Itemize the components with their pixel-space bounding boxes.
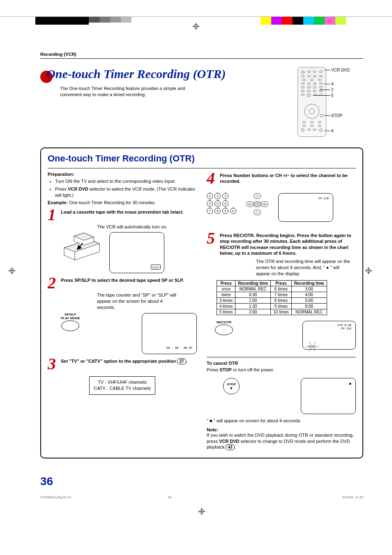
remote-label-4b: 4: [331, 129, 334, 133]
page-ref-27: 27: [177, 358, 186, 364]
remote-label-5: 5: [331, 93, 334, 98]
table-row: 5 times2:0010 timesNORMAL REC: [217, 309, 327, 315]
title-block: One-touch Timer Recording (OTR) The One-…: [40, 67, 289, 98]
channel-pad: + CH− CH+ −: [246, 193, 268, 215]
left-column: Preparation: Turn ON the TV and select t…: [48, 172, 197, 450]
instruction-box-title: One-touch Timer Recording (OTR): [48, 153, 356, 164]
step-5-title: Press REC/OTR. Recording begins. Press t…: [220, 232, 356, 256]
table-row: 4 times1:309 times6:00: [217, 303, 327, 309]
prep-heading: Preparation:: [48, 172, 197, 177]
step-2: 2 Press SP/SLP to select the desired tap…: [48, 276, 197, 290]
right-column: 4 Press Number buttons or CH +/– to sele…: [207, 172, 356, 450]
recording-time-table: PressRecording time PressRecording time …: [217, 280, 327, 315]
remote-label-4: 4: [331, 82, 334, 86]
stop-square-icon: ■: [210, 418, 212, 423]
remote-label-vcrdvd: VCR DVD: [331, 68, 350, 72]
step-2-number: 2: [48, 276, 58, 290]
table-row: onceNORMAL REC6 times3:00: [217, 286, 327, 292]
footer-timestamp: 3/10/04, 11:32: [342, 495, 363, 499]
title-row: One-touch Timer Recording (OTR) The One-…: [40, 67, 363, 137]
step-2-title: Press SP/SLP to select the desired tape …: [61, 276, 197, 283]
table-row: twice0:307 times4:00: [217, 292, 327, 297]
cassette-indicator-screen: ▭▭: [109, 232, 164, 273]
step-5-sub: The OTR and recording time will appear o…: [256, 258, 350, 277]
registration-mark-bottom-icon: [198, 508, 205, 516]
color-blocks-right: [261, 17, 357, 25]
stop-square-icon: ■: [349, 382, 351, 386]
step-3-number: 3: [48, 357, 58, 371]
footer-file-ref: 2C53601A (E)p32-37: [40, 495, 71, 499]
note-block: Note: If you wish to watch the DVD playb…: [207, 427, 356, 451]
registration-mark-left-icon: [8, 267, 16, 276]
step-1: 1 Load a cassette tape with the erase pr…: [48, 208, 197, 221]
page-title: One-touch Timer Recording (OTR): [46, 67, 226, 81]
step-3-title: Set "TV" or "CATV" option to the appropr…: [61, 357, 197, 364]
section-label: Recording (VCR): [40, 52, 363, 59]
cancel-otr-block: To cancel OTR Press STOP or turn off the…: [207, 361, 356, 423]
page-ref-43: 43: [226, 444, 234, 450]
remote-img: [297, 67, 326, 137]
prep-bullet-2: Press VCR DVD selector to select the VCR…: [55, 186, 197, 198]
remote-label-2: 2: [331, 88, 334, 92]
note-heading: Note:: [207, 427, 356, 432]
prep-example: Example: One-touch Timer Recording for 3…: [48, 200, 197, 205]
cancel-heading: To cancel OTR: [207, 361, 356, 366]
preparation-block: Preparation: Turn ON the TV and select t…: [48, 172, 197, 205]
stop-square-icon: ■: [231, 386, 233, 390]
remote-label-stop: STOP: [331, 113, 342, 118]
recotr-button: REC/OTR: [215, 321, 233, 336]
table-row: 3 times1:008 times5:00: [217, 297, 327, 303]
stop-screen: ■: [301, 378, 356, 414]
step-1-title: Load a cassette tape with the erase prev…: [61, 208, 197, 215]
step-5-number: 5: [207, 232, 217, 245]
page-content: Recording (VCR) One-touch Timer Recordin…: [40, 52, 363, 508]
print-registration-strip: [0, 16, 392, 39]
step-1-sub: The VCR will automatically turn on.: [97, 224, 197, 230]
channel-screen: CH 110: [278, 193, 333, 222]
tape-counter-screen: 00 : 00 : 00 SP: [142, 313, 197, 354]
index-indicator: ╲ ╱ ─ INDEX ─ ╱ ╲: [305, 342, 319, 351]
remote-diagram: VCR DVD 4 2 5 STOP 4: [289, 67, 363, 137]
stop-button: STOP ■: [223, 378, 240, 394]
registration-mark-icon: [192, 23, 200, 31]
number-pad: 123 456 7890: [207, 193, 236, 215]
footer-page-small: 36: [168, 495, 172, 499]
step-2-sub: The tape counter and "SP" or "SLP" will …: [97, 292, 179, 311]
spslp-button: SP/SLP PLAY MODE: [61, 313, 80, 332]
step-5: 5 Press REC/OTR. Recording begins. Press…: [207, 232, 356, 256]
cassette-icon: ▭▭: [151, 265, 161, 269]
prep-bullet-1: Turn ON the TV and select to the corresp…: [55, 178, 197, 184]
cancel-text: Press STOP or turn off the power.: [207, 367, 356, 372]
step-4-title: Press Number buttons or CH +/– to select…: [220, 172, 356, 184]
color-blocks-left: [35, 17, 131, 25]
page-footer: 36 2C53601A (E)p32-37 36 3/10/04, 11:32: [40, 475, 363, 508]
step-1-number: 1: [48, 208, 58, 221]
cassette-illustration: [61, 232, 102, 267]
step-3: 3 Set "TV" or "CATV" option to the appro…: [48, 357, 197, 371]
note-text: If you wish to watch the DVD playback du…: [207, 432, 356, 451]
page-number: 36: [40, 475, 363, 488]
step-4: 4 Press Number buttons or CH +/– to sele…: [207, 172, 356, 185]
registration-mark-right-icon: [365, 267, 372, 276]
cancel-footer: " ■ " will appear on screen for about 4 …: [207, 418, 356, 423]
instruction-box: One-touch Timer Recording (OTR) Preparat…: [40, 147, 363, 458]
intro-text: The One-touch Timer Recording feature pr…: [60, 85, 196, 98]
tv-catv-box: TV - VHF/UHF channels CATV - CABLE TV ch…: [89, 376, 155, 395]
step-4-number: 4: [207, 172, 217, 185]
